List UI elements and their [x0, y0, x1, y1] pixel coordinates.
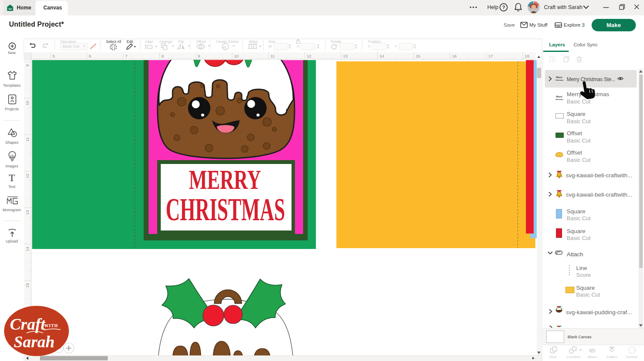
svg-text:10: 10 [25, 101, 30, 106]
svg-text:10: 10 [234, 54, 239, 58]
svg-text:8: 8 [161, 54, 164, 58]
svg-text:WITH: WITH [44, 323, 58, 328]
svg-text:13: 13 [25, 210, 30, 215]
svg-text:9: 9 [25, 64, 30, 67]
svg-text:18: 18 [525, 54, 529, 58]
svg-text:14: 14 [25, 247, 30, 252]
svg-text:12: 12 [25, 174, 30, 179]
svg-text:Craft: Craft [10, 315, 46, 333]
svg-text:5: 5 [52, 54, 55, 58]
svg-text:13: 13 [343, 54, 348, 58]
svg-text:15: 15 [416, 54, 420, 58]
svg-text:Merry: Merry [556, 76, 563, 79]
svg-text:9: 9 [198, 54, 200, 58]
svg-text:6: 6 [89, 54, 91, 58]
svg-text:MERRY: MERRY [189, 164, 261, 195]
svg-text:Sarah: Sarah [14, 333, 55, 351]
svg-text:11: 11 [25, 137, 30, 142]
svg-text:14: 14 [380, 54, 384, 58]
svg-text:Christmas: Christmas [555, 98, 563, 100]
svg-text:Christmas: Christmas [555, 79, 563, 81]
svg-text:16: 16 [452, 54, 457, 58]
svg-text:?: ? [502, 5, 505, 10]
svg-text:15: 15 [25, 283, 30, 288]
svg-text:17: 17 [489, 54, 493, 58]
svg-text:7: 7 [125, 54, 128, 58]
svg-text:12: 12 [307, 54, 312, 58]
svg-text:Merry: Merry [556, 95, 563, 98]
svg-text:11: 11 [270, 54, 275, 58]
svg-text:CHRISTMAS: CHRISTMAS [166, 192, 285, 227]
